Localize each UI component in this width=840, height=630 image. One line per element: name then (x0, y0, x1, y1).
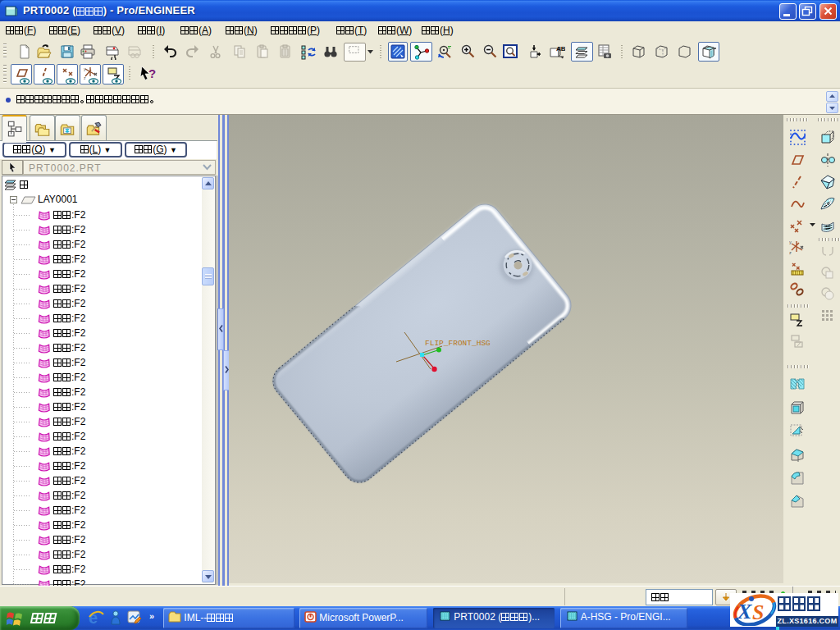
svg-text:z: z (789, 250, 792, 255)
svg-text:?: ? (148, 66, 156, 80)
svg-text:AB: AB (556, 45, 565, 52)
svg-text:FLIP_FRONT_HSG: FLIP_FRONT_HSG (425, 339, 491, 348)
svg-text:S: S (752, 600, 764, 624)
svg-text:y: y (789, 240, 792, 244)
svg-text:X: X (737, 600, 752, 623)
